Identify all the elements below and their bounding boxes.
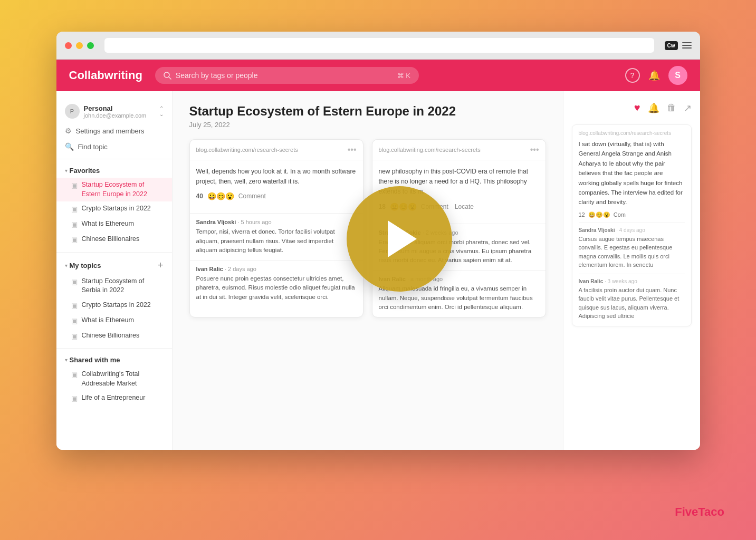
sidebar-user-email: john.doe@example.com: [84, 112, 147, 119]
cards-row: blog.collabwriting.com/research-secrets …: [189, 139, 546, 317]
card-2-locate-link[interactable]: Locate: [455, 203, 474, 210]
card-1-text: Well, depends how you look at it. In a w…: [196, 167, 357, 187]
fivetaco-brand: FiveTaco: [675, 505, 724, 519]
favorites-topic-3-label: Chinese Billionaires: [82, 235, 140, 244]
sidebar-topic-item-my-3[interactable]: ▣ Chinese Billionaires: [56, 329, 172, 344]
shared-topic-0-label: Collabwriting's Total Addresable Market: [82, 370, 164, 388]
rp-comment-1: Ivan Ralic · 3 weeks ago A facilisis pro…: [579, 274, 685, 321]
browser-titlebar: Cw: [56, 32, 700, 60]
my-topic-0-label: Startup Ecosystem of Serbia in 2022: [82, 277, 164, 295]
header-right: ? 🔔 S: [625, 66, 687, 85]
maximize-button[interactable]: [87, 42, 94, 49]
app-body: P Personal john.doe@example.com ⌃⌄ ⚙ Set…: [56, 91, 700, 450]
rp-comment-0: Sandra Vljoski · 4 days ago Cursus augue…: [579, 223, 685, 269]
rp-comment-0-author: Sandra Vljoski · 4 days ago: [579, 227, 685, 233]
main-content: Startup Ecosystem of Estern Europe in 20…: [173, 91, 563, 450]
chevron-down-icon: ⌃⌄: [159, 105, 164, 117]
search-shortcut: ⌘ K: [397, 72, 410, 80]
url-bar[interactable]: [104, 38, 654, 53]
sidebar-shared-header[interactable]: ▾ Shared with me: [56, 353, 172, 367]
card-1-emojis: 😀😊😮: [207, 192, 234, 200]
sidebar-item-settings[interactable]: ⚙ Settings and members: [56, 123, 172, 139]
search-bar[interactable]: Search by tags or people ⌘ K: [155, 67, 419, 84]
help-icon[interactable]: ?: [625, 68, 640, 83]
sidebar: P Personal john.doe@example.com ⌃⌄ ⚙ Set…: [56, 91, 173, 450]
rp-emojis: 😀😊😮: [588, 211, 610, 218]
search-placeholder: Search by tags or people: [176, 71, 258, 80]
sidebar-topic-item-favorites-3[interactable]: ▣ Chinese Billionaires: [56, 232, 172, 247]
close-button[interactable]: [65, 42, 72, 49]
rp-comment-1-text: A facilisis proin auctor dui quam. Nunc …: [579, 286, 685, 321]
sidebar-topic-item-favorites-0[interactable]: ▣ Startup Ecosystem of Estern Europe in …: [56, 178, 172, 201]
notification-bell-icon[interactable]: 🔔: [648, 70, 660, 81]
rp-stat-num: 12: [579, 211, 585, 218]
card-1-comment-link[interactable]: Comment: [238, 192, 266, 200]
rp-stats: 12 😀😊😮 Com: [579, 211, 685, 218]
sidebar-topic-item-my-1[interactable]: ▣ Crypto Startaps in 2022: [56, 298, 172, 313]
document-icon: ▣: [71, 316, 78, 326]
card-1-comment-1-text: Posuere nunc proin egestas consectetur u…: [196, 274, 357, 302]
sidebar-divider-1: [56, 159, 172, 159]
add-topic-button[interactable]: +: [158, 260, 164, 271]
favorites-topic-1-label: Crypto Startaps in 2022: [82, 204, 151, 214]
rp-comment-0-text: Cursus augue tempus maecenas convallis. …: [579, 235, 685, 269]
minimize-button[interactable]: [76, 42, 83, 49]
sidebar-topic-item-shared-1[interactable]: ▣ Life of a Entrepreneur: [56, 391, 172, 406]
user-avatar[interactable]: S: [668, 66, 687, 85]
article-title: Startup Ecosystem of Estern Europe in 20…: [189, 104, 546, 119]
app-container: Collabwriting Search by tags or people ⌘…: [56, 60, 700, 450]
chevron-my-topics-icon: ▾: [65, 263, 68, 268]
search-sidebar-icon: 🔍: [65, 142, 74, 151]
card-1: blog.collabwriting.com/research-secrets …: [189, 139, 363, 317]
card-2-more-icon[interactable]: •••: [530, 145, 539, 155]
settings-icon: ⚙: [65, 127, 72, 135]
rp-comment-cta[interactable]: Com: [614, 211, 626, 218]
sidebar-topic-item-my-0[interactable]: ▣ Startup Ecosystem of Serbia in 2022: [56, 274, 172, 298]
sidebar-user-avatar: P: [65, 104, 80, 119]
document-icon: ▣: [71, 370, 78, 380]
sidebar-find-label: Find topic: [78, 143, 108, 151]
card-1-more-icon[interactable]: •••: [348, 145, 357, 155]
document-icon: ▣: [71, 235, 78, 245]
sidebar-favorites-header[interactable]: ▾ Favorites: [56, 163, 172, 178]
browser-window: Cw Collabwriting Search by tags or peopl…: [56, 32, 700, 450]
my-topic-3-label: Chinese Billionaires: [82, 331, 140, 341]
card-2-url-text: blog.collabwriting.com/research-secrets: [379, 147, 481, 153]
sidebar-settings-label: Settings and members: [76, 127, 145, 135]
sidebar-user-section[interactable]: P Personal john.doe@example.com ⌃⌄: [56, 100, 172, 123]
sidebar-topic-item-my-2[interactable]: ▣ What is Ethereum: [56, 313, 172, 329]
heart-icon[interactable]: ♥: [634, 102, 640, 114]
sidebar-user-name: Personal: [84, 104, 147, 112]
card-1-body: Well, depends how you look at it. In a w…: [190, 160, 363, 213]
app-logo: Collabwriting: [69, 69, 142, 82]
document-icon: ▣: [71, 277, 78, 287]
card-1-comment-1-author: Ivan Ralic · 2 days ago: [196, 266, 357, 272]
card-1-comment-1: Ivan Ralic · 2 days ago Posuere nunc pro…: [190, 260, 363, 307]
card-1-stats: 40 😀😊😮 Comment: [196, 192, 357, 200]
sidebar-my-topics-header[interactable]: ▾ My topics +: [56, 257, 172, 274]
play-triangle-icon: [388, 220, 417, 257]
sidebar-divider-3: [56, 348, 172, 349]
browser-icons: Cw: [665, 41, 692, 50]
sidebar-topic-item-favorites-1[interactable]: ▣ Crypto Startaps in 2022: [56, 201, 172, 217]
chevron-shared-icon: ▾: [65, 357, 68, 363]
share-icon[interactable]: ↗: [684, 102, 692, 114]
document-icon: ▣: [71, 220, 78, 229]
video-play-button[interactable]: [347, 186, 452, 292]
bell-icon[interactable]: 🔔: [648, 102, 659, 114]
trash-icon[interactable]: 🗑: [667, 102, 676, 113]
sidebar-item-find-topic[interactable]: 🔍 Find topic: [56, 139, 172, 155]
document-icon: ▣: [71, 181, 78, 190]
shared-section-label: Shared with me: [70, 356, 164, 364]
card-1-url-bar: blog.collabwriting.com/research-secrets …: [190, 140, 363, 160]
favorites-topic-2-label: What is Ethereum: [82, 219, 134, 229]
svg-line-1: [169, 77, 171, 79]
cw-logo-icon: Cw: [665, 41, 678, 50]
card-1-comment-0-text: Tempor, nisi, viverra et donec. Tortor f…: [196, 227, 357, 255]
sidebar-topic-item-shared-0[interactable]: ▣ Collabwriting's Total Addresable Marke…: [56, 367, 172, 391]
document-icon: ▣: [71, 332, 78, 341]
card-2-url-bar: blog.collabwriting.com/research-secrets …: [372, 140, 546, 160]
hamburger-menu-icon[interactable]: [682, 42, 692, 49]
sidebar-topic-item-favorites-2[interactable]: ▣ What is Ethereum: [56, 217, 172, 232]
my-topic-1-label: Crypto Startaps in 2022: [82, 301, 151, 310]
